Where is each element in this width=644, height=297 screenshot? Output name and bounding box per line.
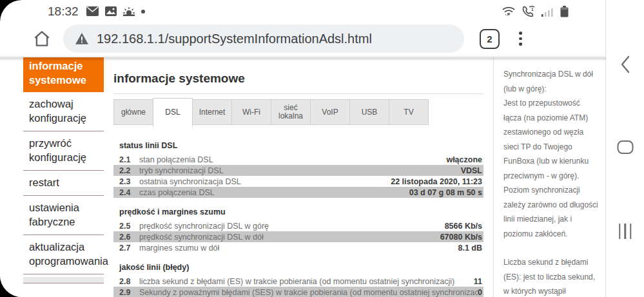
wifi-calling-icon: 1: [522, 6, 536, 17]
tab-wifi[interactable]: Wi-Fi: [231, 99, 271, 125]
android-nav-bar: [605, 0, 644, 297]
sidebar-separator-band: [23, 277, 104, 283]
row-id: 2.6: [119, 233, 136, 242]
help-paragraph: Jest to przepustowość łącza (na poziomie…: [503, 96, 598, 241]
url-text[interactable]: 192.168.1.1/supportSystemInformationAdsl…: [97, 32, 372, 46]
table-row: 2.7 margines szumu w dół 8.1 dB: [113, 242, 483, 253]
row-value: 0: [478, 288, 482, 297]
tab-strip: główne DSL Internet Wi-Fi sieć lokalna V…: [113, 99, 483, 127]
screen: 18:32 1: [0, 0, 644, 297]
signal-icon: [542, 6, 554, 17]
row-value: 03 d 07 g 08 m 50 s: [409, 188, 482, 197]
row-value: włączone: [446, 155, 482, 164]
sidebar-item-zdalny-dostep[interactable]: zdalny dostęp dla pomocy technicznej: [23, 287, 104, 297]
row-label: czas połączenia DSL: [139, 188, 409, 197]
tab-glowne[interactable]: główne: [113, 99, 153, 125]
home-nav-icon[interactable]: [617, 140, 633, 154]
main-panel: informacje systemowe główne DSL Internet…: [113, 57, 483, 297]
back-icon[interactable]: [620, 55, 630, 73]
title-divider: [113, 93, 483, 94]
row-label: prędkość synchronizacji DSL w dół: [139, 233, 440, 242]
sidebar-item-informacje-systemowe[interactable]: informacje systemowe: [23, 57, 104, 92]
table-row: 2.8 liczba sekund z błędami (ES) w trakc…: [113, 276, 483, 287]
table-row: 2.6 prędkość synchronizacji DSL w dół 67…: [113, 231, 483, 242]
url-bar[interactable]: 192.168.1.1/supportSystemInformationAdsl…: [63, 24, 464, 53]
battery-icon: [560, 6, 569, 17]
table-row: 2.4 czas połączenia DSL 03 d 07 g 08 m 5…: [113, 187, 483, 198]
svg-text:1: 1: [531, 7, 534, 12]
tab-voip[interactable]: VoIP: [310, 99, 350, 125]
tab-dsl[interactable]: DSL: [153, 98, 193, 127]
section-heading-predkosc: prędkość i margines szumu: [119, 207, 483, 216]
tab-counter-button[interactable]: 2: [480, 29, 500, 49]
sidebar-item-ustawienia-fabryczne[interactable]: ustawienia fabryczne: [23, 196, 104, 235]
table-row: 2.2 tryb synchronizacji DSL VDSL: [113, 165, 483, 176]
row-value: 11: [474, 277, 482, 286]
sidebar-item-aktualizacja-oprogramowania[interactable]: aktualizacja oprogramowania: [23, 235, 104, 274]
row-id: 2.5: [119, 222, 136, 231]
gallery-icon: [105, 6, 117, 16]
row-value: 67080 Kb/s: [440, 233, 482, 242]
row-label: Sekundy z poważnymi błędami (SES) w trak…: [139, 288, 478, 297]
row-label: stan połączenia DSL: [139, 155, 446, 164]
row-label: margines szumu w dół: [139, 244, 458, 253]
help-paragraph: Liczba sekund z błędami (ES): jest to li…: [503, 255, 598, 297]
row-value: 8566 Kb/s: [445, 222, 482, 231]
row-id: 2.7: [119, 244, 136, 253]
tab-usb[interactable]: USB: [349, 99, 389, 125]
warning-triangle-icon[interactable]: [75, 32, 89, 45]
weather-icon: [123, 7, 135, 16]
status-left-icons: [86, 6, 145, 16]
row-id: 2.9: [119, 288, 136, 297]
row-label: prędkość synchronizacji DSL w górę: [139, 222, 445, 231]
row-value: 22 listopada 2020, 11:23: [391, 177, 482, 186]
recents-icon[interactable]: [619, 224, 632, 239]
status-right-icons: 1: [502, 6, 569, 17]
overflow-menu-icon[interactable]: [519, 32, 522, 46]
table-row: 2.9 Sekundy z poważnymi błędami (SES) w …: [113, 287, 483, 297]
row-id: 2.3: [119, 177, 136, 186]
tab-siec-lokalna[interactable]: sieć lokalna: [271, 99, 311, 125]
table-row: 2.1 stan połączenia DSL włączone: [113, 154, 483, 165]
table-row: 2.5 prędkość synchronizacji DSL w górę 8…: [113, 220, 483, 231]
row-value: VDSL: [461, 166, 482, 175]
home-icon[interactable]: [32, 29, 52, 48]
tab-internet[interactable]: Internet: [192, 99, 232, 125]
status-bar: 18:32 1: [0, 0, 606, 21]
mail-icon: [86, 6, 99, 16]
section-heading-status: status linii DSL: [119, 141, 483, 150]
sidebar-item-restart[interactable]: restart: [23, 171, 104, 196]
help-panel: Synchronizacja DSL w dół (lub w górę): J…: [493, 57, 605, 297]
sidebar-item-zachowaj-konfiguracje[interactable]: zachowaj konfigurację: [23, 92, 104, 131]
section-heading-jakosc: jakość linii (błędy): [119, 263, 483, 272]
row-value: 8.1 dB: [458, 244, 482, 253]
phone-screenshot: 18:32 1: [0, 0, 644, 297]
sidebar-menu: informacje systemowe zachowaj konfigurac…: [23, 57, 104, 297]
page-title: informacje systemowe: [113, 72, 483, 86]
notification-dot: [141, 10, 145, 14]
table-row: 2.3 ostatnia synchronizacja DSL 22 listo…: [113, 176, 483, 187]
clock: 18:32: [48, 5, 79, 19]
tab-tv[interactable]: TV: [389, 99, 429, 125]
row-label: liczba sekund z błędami (ES) w trakcie p…: [139, 277, 474, 286]
row-label: ostatnia synchronizacja DSL: [139, 177, 391, 186]
row-id: 2.2: [119, 166, 136, 175]
browser-toolbar: 192.168.1.1/supportSystemInformationAdsl…: [0, 21, 606, 57]
row-id: 2.1: [119, 155, 136, 164]
page-content: informacje systemowe zachowaj konfigurac…: [0, 57, 606, 297]
wifi-icon: [502, 6, 516, 17]
help-paragraph: Synchronizacja DSL w dół (lub w górę):: [503, 67, 598, 96]
sidebar-item-przywroc-konfiguracje[interactable]: przywróć konfigurację: [23, 131, 104, 171]
row-label: tryb synchronizacji DSL: [139, 166, 461, 175]
row-id: 2.4: [119, 188, 136, 197]
row-id: 2.8: [119, 277, 136, 286]
